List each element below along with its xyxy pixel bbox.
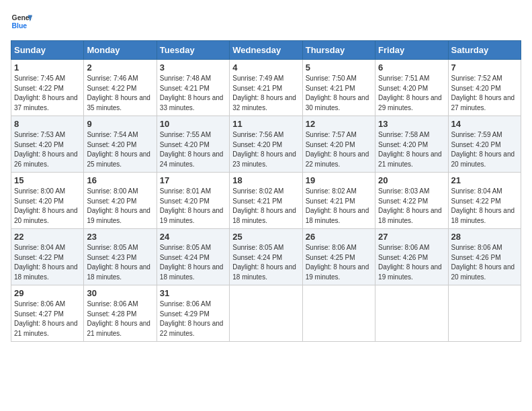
calendar-cell: 13 Sunrise: 7:58 AM Sunset: 4:20 PM Dayl… [375,116,448,173]
calendar-cell: 20 Sunrise: 8:03 AM Sunset: 4:22 PM Dayl… [375,173,448,229]
calendar-cell: 26 Sunrise: 8:06 AM Sunset: 4:25 PM Dayl… [302,229,375,285]
day-info: Sunrise: 7:51 AM Sunset: 4:20 PM Dayligh… [378,74,445,113]
calendar-cell: 17 Sunrise: 8:01 AM Sunset: 4:20 PM Dayl… [157,173,229,229]
day-number: 10 [160,119,226,129]
day-number: 17 [160,175,226,185]
day-number: 5 [306,62,372,73]
day-info: Sunrise: 8:02 AM Sunset: 4:21 PM Dayligh… [232,187,299,226]
calendar-cell: 6 Sunrise: 7:51 AM Sunset: 4:20 PM Dayli… [375,60,448,116]
day-info: Sunrise: 7:48 AM Sunset: 4:21 PM Dayligh… [160,74,226,113]
day-info: Sunrise: 7:49 AM Sunset: 4:21 PM Dayligh… [232,74,299,113]
calendar-cell: 30 Sunrise: 8:06 AM Sunset: 4:28 PM Dayl… [84,285,157,342]
day-info: Sunrise: 7:52 AM Sunset: 4:20 PM Dayligh… [451,74,518,113]
calendar-cell: 29 Sunrise: 8:06 AM Sunset: 4:27 PM Dayl… [11,285,84,342]
day-number: 13 [378,119,445,129]
logo-icon: General Blue [11,11,32,32]
svg-text:Blue: Blue [12,22,28,30]
day-number: 29 [14,288,81,298]
day-number: 7 [451,62,518,73]
day-info: Sunrise: 7:45 AM Sunset: 4:22 PM Dayligh… [14,74,81,113]
day-number: 8 [14,119,81,129]
calendar-cell [448,285,521,342]
day-number: 30 [87,288,153,298]
weekday-header-sunday: Sunday [11,41,84,60]
calendar-cell: 1 Sunrise: 7:45 AM Sunset: 4:22 PM Dayli… [11,60,84,116]
calendar-cell: 9 Sunrise: 7:54 AM Sunset: 4:20 PM Dayli… [84,116,157,173]
day-info: Sunrise: 8:00 AM Sunset: 4:20 PM Dayligh… [87,187,153,226]
day-info: Sunrise: 7:59 AM Sunset: 4:20 PM Dayligh… [451,130,518,169]
calendar-cell: 15 Sunrise: 8:00 AM Sunset: 4:20 PM Dayl… [11,173,84,229]
weekday-header-tuesday: Tuesday [157,41,229,60]
day-info: Sunrise: 8:06 AM Sunset: 4:29 PM Dayligh… [160,300,226,338]
day-info: Sunrise: 8:06 AM Sunset: 4:25 PM Dayligh… [306,243,372,282]
day-info: Sunrise: 8:05 AM Sunset: 4:24 PM Dayligh… [160,243,226,282]
calendar-cell: 2 Sunrise: 7:46 AM Sunset: 4:22 PM Dayli… [84,60,157,116]
day-info: Sunrise: 7:55 AM Sunset: 4:20 PM Dayligh… [160,130,226,169]
day-number: 19 [306,175,372,185]
calendar-cell: 18 Sunrise: 8:02 AM Sunset: 4:21 PM Dayl… [230,173,302,229]
calendar-cell: 3 Sunrise: 7:48 AM Sunset: 4:21 PM Dayli… [157,60,229,116]
calendar-cell [230,285,302,342]
day-info: Sunrise: 8:00 AM Sunset: 4:20 PM Dayligh… [14,187,81,226]
calendar-cell: 19 Sunrise: 8:02 AM Sunset: 4:21 PM Dayl… [302,173,375,229]
day-info: Sunrise: 7:46 AM Sunset: 4:22 PM Dayligh… [87,74,153,113]
day-info: Sunrise: 8:05 AM Sunset: 4:23 PM Dayligh… [87,243,153,282]
calendar-table: SundayMondayTuesdayWednesdayThursdayFrid… [11,40,521,342]
calendar-cell: 11 Sunrise: 7:56 AM Sunset: 4:20 PM Dayl… [230,116,302,173]
calendar-cell: 12 Sunrise: 7:57 AM Sunset: 4:20 PM Dayl… [302,116,375,173]
day-number: 12 [306,119,372,129]
calendar-cell: 7 Sunrise: 7:52 AM Sunset: 4:20 PM Dayli… [448,60,521,116]
calendar-cell: 14 Sunrise: 7:59 AM Sunset: 4:20 PM Dayl… [448,116,521,173]
day-info: Sunrise: 7:53 AM Sunset: 4:20 PM Dayligh… [14,130,81,169]
day-number: 1 [14,62,81,73]
day-info: Sunrise: 7:56 AM Sunset: 4:20 PM Dayligh… [232,130,299,169]
weekday-header-thursday: Thursday [302,41,375,60]
day-info: Sunrise: 8:01 AM Sunset: 4:20 PM Dayligh… [160,187,226,226]
day-info: Sunrise: 7:50 AM Sunset: 4:21 PM Dayligh… [306,74,372,113]
day-number: 22 [14,232,81,242]
day-number: 16 [87,175,153,185]
calendar-cell: 10 Sunrise: 7:55 AM Sunset: 4:20 PM Dayl… [157,116,229,173]
calendar-cell: 28 Sunrise: 8:06 AM Sunset: 4:26 PM Dayl… [448,229,521,285]
day-number: 28 [451,232,518,242]
calendar-cell [302,285,375,342]
weekday-header-wednesday: Wednesday [230,41,302,60]
day-number: 31 [160,288,226,298]
day-number: 21 [451,175,518,185]
day-info: Sunrise: 8:04 AM Sunset: 4:22 PM Dayligh… [14,243,81,282]
day-number: 4 [232,62,299,73]
day-info: Sunrise: 8:02 AM Sunset: 4:21 PM Dayligh… [306,187,372,226]
day-number: 25 [232,232,299,242]
calendar-cell: 5 Sunrise: 7:50 AM Sunset: 4:21 PM Dayli… [302,60,375,116]
calendar-cell: 16 Sunrise: 8:00 AM Sunset: 4:20 PM Dayl… [84,173,157,229]
day-info: Sunrise: 8:04 AM Sunset: 4:22 PM Dayligh… [451,187,518,226]
day-info: Sunrise: 8:06 AM Sunset: 4:28 PM Dayligh… [87,300,153,338]
weekday-header-saturday: Saturday [448,41,521,60]
day-number: 6 [378,62,445,73]
day-info: Sunrise: 8:03 AM Sunset: 4:22 PM Dayligh… [378,187,445,226]
logo: General Blue [11,11,32,32]
day-number: 23 [87,232,153,242]
calendar-cell: 31 Sunrise: 8:06 AM Sunset: 4:29 PM Dayl… [157,285,229,342]
calendar-cell: 23 Sunrise: 8:05 AM Sunset: 4:23 PM Dayl… [84,229,157,285]
calendar-cell: 27 Sunrise: 8:06 AM Sunset: 4:26 PM Dayl… [375,229,448,285]
day-number: 11 [232,119,299,129]
weekday-header-friday: Friday [375,41,448,60]
day-info: Sunrise: 7:54 AM Sunset: 4:20 PM Dayligh… [87,130,153,169]
calendar-cell: 4 Sunrise: 7:49 AM Sunset: 4:21 PM Dayli… [230,60,302,116]
calendar-cell [375,285,448,342]
day-number: 18 [232,175,299,185]
day-info: Sunrise: 8:06 AM Sunset: 4:26 PM Dayligh… [378,243,445,282]
day-number: 3 [160,62,226,73]
calendar-cell: 25 Sunrise: 8:05 AM Sunset: 4:24 PM Dayl… [230,229,302,285]
weekday-header-monday: Monday [84,41,157,60]
day-number: 15 [14,175,81,185]
calendar-cell: 24 Sunrise: 8:05 AM Sunset: 4:24 PM Dayl… [157,229,229,285]
page-header: General Blue [11,11,521,32]
day-number: 2 [87,62,153,73]
day-info: Sunrise: 7:57 AM Sunset: 4:20 PM Dayligh… [306,130,372,169]
day-info: Sunrise: 7:58 AM Sunset: 4:20 PM Dayligh… [378,130,445,169]
day-info: Sunrise: 8:05 AM Sunset: 4:24 PM Dayligh… [232,243,299,282]
day-number: 14 [451,119,518,129]
day-number: 26 [306,232,372,242]
